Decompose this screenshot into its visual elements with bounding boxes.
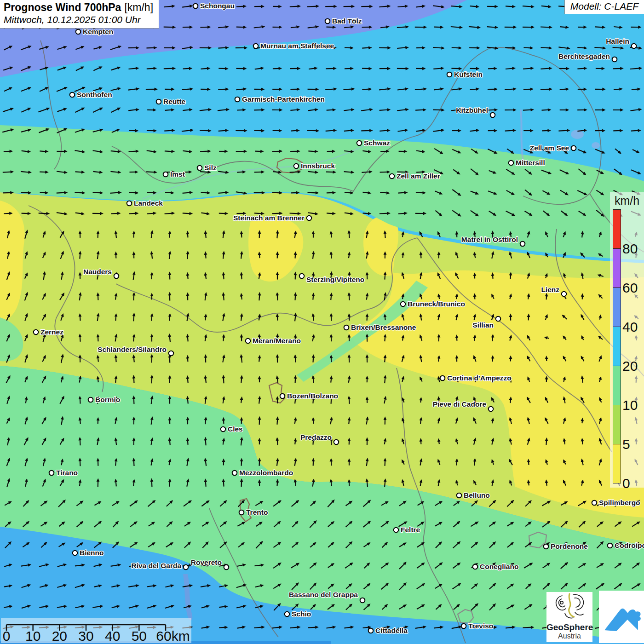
city-marker bbox=[49, 471, 54, 476]
city-marker bbox=[294, 164, 299, 169]
city-label: Berchtesgaden bbox=[558, 52, 610, 60]
geosphere-sub: Austria bbox=[546, 632, 592, 640]
city-marker bbox=[496, 316, 501, 322]
legend-value: 40 bbox=[622, 320, 638, 334]
city-label: Matrei in Osttirol bbox=[461, 236, 518, 243]
scale-tick-label: 50 bbox=[132, 628, 147, 643]
wind-speed-legend: km/h 806040201050 bbox=[610, 192, 644, 488]
city-label: Sterzing/Vipiteno bbox=[306, 276, 364, 283]
city-marker bbox=[461, 624, 466, 629]
city-label: Conegliano bbox=[480, 563, 518, 570]
geosphere-wordmark: GeoSphere bbox=[546, 623, 592, 632]
city-label: Belluno bbox=[464, 491, 490, 499]
city-label: Meran/Merano bbox=[253, 337, 301, 345]
scale-ruler: 0102030405060km bbox=[1, 618, 191, 643]
geosphere-contour-icon bbox=[546, 592, 592, 622]
city-label: Schongau bbox=[200, 2, 235, 10]
city: Meran/Merano bbox=[246, 337, 301, 345]
city-marker bbox=[447, 72, 452, 77]
city-label: Kufstein bbox=[454, 70, 483, 78]
city-label: Murnau am Staffelsee bbox=[260, 42, 334, 50]
legend-swatch bbox=[613, 288, 621, 327]
city-label: Innsbruck bbox=[301, 162, 335, 170]
city-label: Sonthofen bbox=[77, 91, 112, 98]
legend-swatch bbox=[613, 366, 621, 405]
city-label: Pordenone bbox=[551, 542, 588, 550]
city-label: Brixen/Bressanone bbox=[351, 323, 416, 331]
map-title: Prognose Wind 700hPa bbox=[4, 1, 121, 13]
legend-title: km/h bbox=[610, 192, 644, 207]
city-label: Imst bbox=[170, 170, 185, 178]
city-marker bbox=[592, 500, 597, 506]
city: Pordenone bbox=[544, 542, 588, 550]
city-marker bbox=[608, 543, 613, 548]
city-marker bbox=[368, 628, 374, 633]
city-marker bbox=[127, 201, 132, 206]
map-canvas: SchongauBad TölzKemptenMurnau am Staffel… bbox=[0, 0, 644, 644]
model-label: Modell: C-LAEF bbox=[564, 0, 644, 14]
lake bbox=[592, 142, 600, 149]
city-marker bbox=[224, 565, 229, 570]
city-label: Steinach am Brenner bbox=[233, 214, 305, 222]
city: Brixen/Bressanone bbox=[344, 323, 416, 331]
city-marker bbox=[544, 544, 549, 549]
map-scale-bar: 0102030405060km bbox=[1, 618, 191, 643]
city: Mezzolombardo bbox=[232, 469, 293, 477]
city-marker bbox=[334, 440, 339, 445]
city-label: Bormio bbox=[95, 396, 120, 403]
city-marker bbox=[169, 351, 174, 356]
city-marker bbox=[489, 407, 494, 412]
scale-tick-label: 60km bbox=[156, 628, 190, 643]
geosphere-logo: GeoSphere Austria bbox=[546, 592, 592, 642]
city: Spilimbergo bbox=[592, 499, 640, 506]
map-title-line: Prognose Wind 700hPa[km/h] bbox=[4, 1, 153, 14]
city: Bozen/Bolzano bbox=[280, 392, 338, 400]
city-label: Bad Tölz bbox=[332, 17, 362, 25]
city-marker bbox=[509, 161, 514, 166]
city-marker bbox=[401, 302, 406, 307]
legend-value: 0 bbox=[622, 477, 630, 490]
city-marker bbox=[235, 97, 240, 102]
legend-swatch bbox=[613, 405, 621, 444]
city-label: Treviso bbox=[468, 622, 493, 630]
city-label: Spilimbergo bbox=[599, 499, 640, 506]
city: Cortina d'Ampezzo bbox=[440, 374, 512, 382]
city-marker bbox=[394, 528, 399, 533]
city-marker bbox=[76, 29, 81, 34]
city-label: Predazzo bbox=[300, 433, 332, 441]
scale-tick-label: 30 bbox=[78, 628, 93, 643]
scale-tick-label: 10 bbox=[25, 628, 40, 643]
city-label: Bienno bbox=[80, 549, 104, 557]
city-marker bbox=[307, 216, 312, 221]
city-marker bbox=[197, 166, 202, 171]
city-marker bbox=[562, 292, 567, 297]
city-marker bbox=[612, 57, 617, 62]
city-marker bbox=[221, 427, 226, 432]
city-label: Nauders bbox=[83, 268, 112, 276]
legend-value: 80 bbox=[622, 242, 638, 256]
city-marker bbox=[114, 274, 119, 279]
city-marker bbox=[473, 564, 478, 569]
city: Riva del Garda bbox=[131, 562, 188, 569]
mountain-cloud-icon bbox=[599, 591, 644, 643]
city-label: Zernez bbox=[40, 328, 63, 336]
city-marker bbox=[232, 471, 237, 476]
city-label: Trento bbox=[246, 508, 268, 516]
city-label: Kitzbühel bbox=[456, 106, 488, 114]
city-marker bbox=[299, 274, 305, 279]
city-marker bbox=[156, 99, 161, 104]
city-label: Silz bbox=[204, 164, 217, 172]
city-marker bbox=[390, 174, 395, 179]
city-marker bbox=[344, 325, 349, 330]
city-label: Schwaz bbox=[364, 139, 390, 147]
legend-value: 10 bbox=[622, 398, 638, 412]
legend-swatch bbox=[613, 444, 621, 483]
city-label: Feltre bbox=[401, 526, 420, 534]
city-marker bbox=[184, 565, 189, 570]
city: Garmisch-Partenkirchen bbox=[235, 95, 325, 103]
city-marker bbox=[440, 376, 445, 381]
city: Murnau am Staffelsee bbox=[253, 42, 334, 50]
city-label: Sillian bbox=[472, 321, 494, 329]
city-marker bbox=[457, 493, 462, 498]
geosphere-yellow-line bbox=[569, 594, 574, 617]
